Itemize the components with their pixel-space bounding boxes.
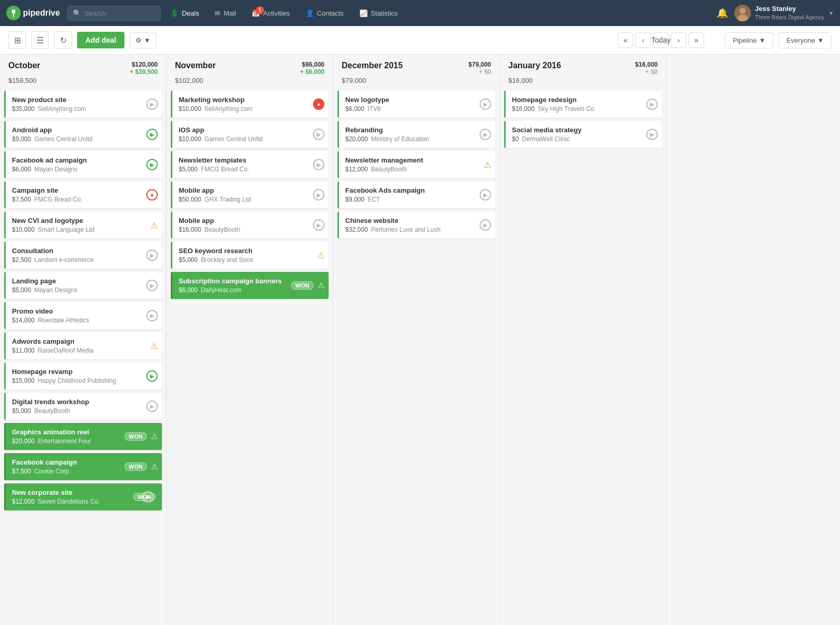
deal-card[interactable]: Adwords campaign $11,000 RaiseDaRoof Med… <box>4 332 162 359</box>
deal-card[interactable]: New product site $35,000 SellAnything.co… <box>4 91 162 118</box>
activity-icon: ▶ <box>146 98 158 110</box>
activity-icon: ● <box>146 189 158 201</box>
card-title: Landing page <box>12 277 156 285</box>
activity-icon: ▶ <box>146 310 158 321</box>
deal-card[interactable]: Newsletter management $12,000 BeautyBoot… <box>337 151 495 178</box>
warning-icon: ⚠ <box>484 160 491 170</box>
card-meta: $50,000 GHX Trading Ltd <box>179 196 322 203</box>
deal-card[interactable]: Mobile app $16,000 BeautyBooth ▶ <box>171 211 329 239</box>
refresh-button[interactable]: ↻ <box>54 31 72 49</box>
top-nav: pipedrive 🔍 💲 Deals ✉ Mail 📅 5 Activitie… <box>0 0 840 26</box>
deal-card[interactable]: Campaign site $7,500 FMCG Bread Co. ● <box>4 181 162 208</box>
search-icon: 🔍 <box>73 9 81 17</box>
column-header-december: December 2015 $79,000 + $0 $79,000 <box>333 55 499 89</box>
today-button[interactable]: Today <box>653 32 669 48</box>
deal-card[interactable]: Marketing workshop $10,000 SellAnything.… <box>171 91 329 118</box>
mail-icon: ✉ <box>215 9 220 17</box>
deal-card[interactable]: Homepage revamp $15,000 Happy Childhood … <box>4 362 162 390</box>
card-meta: $6,000 ITV8 <box>345 105 489 113</box>
activity-icon: ▶ <box>480 98 491 110</box>
deal-card[interactable]: Consultation $2,500 Lambert e-commerce ▶ <box>4 242 162 269</box>
card-amount: $35,000 <box>12 105 34 113</box>
deal-card[interactable]: Facebook campaign $7,500 Cookie Corp WON… <box>4 453 162 480</box>
warning-icon: ⚠ <box>151 432 158 441</box>
column-amount-new: + $6,000 <box>300 68 324 76</box>
column-amounts-november: $96,000 + $6,000 <box>300 61 324 76</box>
search-input[interactable] <box>84 9 147 17</box>
cards-container-december: New logotype $6,000 ITV8 ▶ Rebranding $2… <box>333 89 499 625</box>
everyone-label: Everyone <box>786 36 815 44</box>
first-page-button[interactable]: « <box>618 32 633 48</box>
list-view-button[interactable]: ☰ <box>31 31 49 49</box>
card-amount: $6,000 <box>345 105 365 113</box>
card-company: BeautyBooth <box>204 226 240 233</box>
column-amount-new: + $0 <box>635 68 658 76</box>
toolbar: ⊞ ☰ ↻ Add deal ⚙ ▼ « ‹ Today › » Pipelin… <box>0 26 840 55</box>
settings-button[interactable]: ⚙ ▼ <box>130 32 156 48</box>
column-header-january: January 2016 $16,000 + $0 $16,000 <box>500 55 666 89</box>
last-page-button[interactable]: » <box>688 32 704 48</box>
deal-card[interactable]: Graphics animation reel $20,000 Entertai… <box>4 423 162 450</box>
card-amount: $12,000 <box>12 498 34 505</box>
user-menu[interactable]: Jess Stanley Three Bears Digital Agency … <box>734 5 834 21</box>
nav-item-activities[interactable]: 📅 5 Activities <box>245 5 296 21</box>
activity-icon: ▶ <box>146 159 158 170</box>
deal-card[interactable]: Facebook ad campaign $6,000 Mayan Design… <box>4 151 162 178</box>
card-amount: $20,000 <box>345 135 368 143</box>
deal-card[interactable]: Homepage redesign $16,000 Sky High Trave… <box>504 91 662 118</box>
deal-card[interactable]: Promo video $14,000 Riverdale Athletics … <box>4 302 162 329</box>
deal-card[interactable]: Social media strategy $0 DermaWell Clini… <box>504 121 662 148</box>
card-amount: $20,000 <box>12 438 34 445</box>
add-deal-button[interactable]: Add deal <box>77 32 124 48</box>
nav-item-statistics[interactable]: 📈 Statistics <box>353 5 404 21</box>
nav-item-deals[interactable]: 💲 Deals <box>164 5 205 21</box>
card-company: Riverdale Athletics <box>37 317 89 324</box>
deal-card[interactable]: SEO keyword research $5,000 Brockley and… <box>171 242 329 269</box>
column-amounts-october: $120,000 + $39,500 <box>130 61 158 76</box>
logo[interactable]: pipedrive <box>6 6 60 20</box>
card-company: Games Central Unltd <box>204 135 262 143</box>
deal-card[interactable]: New logotype $6,000 ITV8 ▶ <box>337 91 495 118</box>
nav-item-mail[interactable]: ✉ Mail <box>208 5 242 21</box>
deal-card[interactable]: Chinese website $32,000 Perfumes Luxe an… <box>337 211 495 239</box>
deals-icon: 💲 <box>170 9 179 17</box>
search-bar[interactable]: 🔍 <box>67 6 161 21</box>
prev-button[interactable]: ‹ <box>635 32 651 48</box>
settings-arrow-icon: ▼ <box>144 36 151 44</box>
user-info: Jess Stanley Three Bears Digital Agency <box>755 5 824 21</box>
nav-item-contacts[interactable]: 👤 Contacts <box>299 5 350 21</box>
card-amount: $10,000 <box>12 226 34 233</box>
card-title: Social media strategy <box>512 126 656 134</box>
kanban-view-button[interactable]: ⊞ <box>8 31 26 49</box>
deal-card[interactable]: Android app $9,000 Games Central Unltd ▶ <box>4 121 162 148</box>
column-amount-top: $79,000 <box>469 61 491 68</box>
deal-card[interactable]: iOS app $10,000 Games Central Unltd ▶ <box>171 121 329 148</box>
deal-card[interactable]: Facebook Ads campaign $9,000 ECT ▶ <box>337 181 495 208</box>
card-meta: $2,500 Lambert e-commerce <box>12 256 156 264</box>
deal-card[interactable]: Landing page $5,000 Mayan Designs ▶ <box>4 272 162 299</box>
deal-card[interactable]: Mobile app $50,000 GHX Trading Ltd ▶ <box>171 181 329 208</box>
column-amount-sum: $159,500 <box>8 77 158 84</box>
deal-card[interactable]: New CVI and logotype $10,000 Smart Langu… <box>4 211 162 239</box>
deal-card[interactable]: Newsletter templates $5,000 FMCG Bread C… <box>171 151 329 178</box>
card-meta: $35,000 SellAnything.com <box>12 105 156 113</box>
deal-card[interactable]: New corporate site $12,000 Seven Dandeli… <box>4 483 162 510</box>
deal-card[interactable]: Subscription campaign banners $6,000 Dai… <box>171 272 329 299</box>
card-title: Promo video <box>12 307 156 315</box>
card-company: ITV8 <box>368 105 381 113</box>
deal-card[interactable]: Rebranding $20,000 Ministry of Education… <box>337 121 495 148</box>
deal-card[interactable]: Digital trends workshop $5,000 BeautyBoo… <box>4 393 162 420</box>
warning-icon: ⚠ <box>318 281 324 290</box>
everyone-dropdown[interactable]: Everyone ▼ <box>779 32 832 48</box>
card-amount: $5,000 <box>179 256 198 264</box>
pipeline-dropdown[interactable]: Pipeline ▼ <box>725 32 773 48</box>
won-badge: WON <box>124 463 147 471</box>
user-company: Three Bears Digital Agency <box>755 14 824 21</box>
column-header-october: October $120,000 + $39,500 $159,500 <box>0 55 166 89</box>
activities-badge: 5 <box>256 6 264 15</box>
notification-bell[interactable]: 🔔 <box>713 4 731 22</box>
next-button[interactable]: › <box>671 32 686 48</box>
card-company: Games Central Unltd <box>34 135 93 143</box>
card-amount: $16,000 <box>512 105 534 113</box>
card-amount: $32,000 <box>345 226 368 233</box>
